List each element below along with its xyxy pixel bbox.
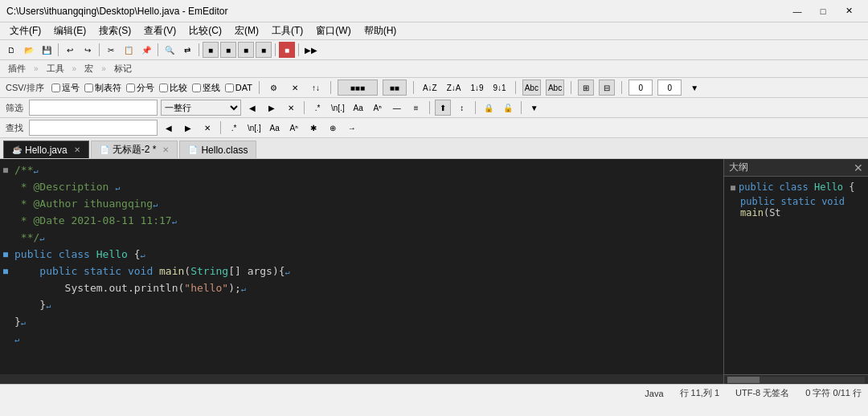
maximize-button[interactable]: □ [810,3,836,19]
filter-input[interactable] [29,100,158,116]
find-mark[interactable]: ✱ [305,120,321,136]
outline-item-main[interactable]: public static void main(St [727,194,865,220]
csv-sep6 [621,81,622,94]
cb-tab[interactable]: 制表符 [84,82,121,94]
filter-more[interactable]: ▼ [526,100,542,116]
tb-new[interactable]: 🗋 [3,42,19,58]
menu-help[interactable]: 帮助(H) [358,22,403,39]
csv-label[interactable]: CSV/排序 [3,82,47,94]
tb-replace[interactable]: ⇄ [179,42,195,58]
filter-clear[interactable]: ✕ [283,100,299,116]
menu-file[interactable]: 文件(F) [3,22,47,39]
cb-pipe[interactable]: 竖线 [192,82,220,94]
filter-prev[interactable]: ◀ [244,100,260,116]
menu-compare[interactable]: 比较(C) [182,22,228,39]
menu-bar: 文件(F) 编辑(E) 搜索(S) 查看(V) 比较(C) 宏(M) 工具(T)… [0,22,868,40]
csv-abc[interactable]: Abc [522,80,541,96]
filter-case[interactable]: Aa [350,100,366,116]
main-content: ■ /**↵ * @Description ↵ * @Author ithuan… [0,159,868,384]
tab-close-untitled[interactable]: ✕ [162,145,169,154]
tab-hello-java[interactable]: ☕ Hello.java ✕ [3,141,89,158]
filter-btn2[interactable]: Aⁿ [370,100,386,116]
tab-untitled-2[interactable]: 📄 无标题-2 * ✕ [91,141,178,158]
tab-plugin[interactable]: 插件 [3,61,31,76]
csv-sort-num[interactable]: 1↓9 [468,80,485,96]
filter-btn6[interactable]: ↕ [454,100,470,116]
close-button[interactable]: ✕ [836,3,862,19]
csv-abc2[interactable]: Abc [546,80,564,96]
toolbar-row-1: 🗋 📂 💾 ↩ ↪ ✂ 📋 📌 🔍 ⇄ ■ ■ ■ ■ ■ ▶▶ [0,40,868,59]
csv-num-input[interactable]: 0 [628,80,653,96]
menu-tools[interactable]: 工具(T) [265,22,309,39]
tb-open[interactable]: 📂 [21,42,37,58]
filter-btn3[interactable]: — [389,100,405,116]
find-arrow[interactable]: → [344,120,360,136]
tb-paste[interactable]: 📌 [138,42,154,58]
find-case2[interactable]: Aⁿ [286,120,302,136]
filter-btn5[interactable]: ⬆ [435,100,451,116]
find-case[interactable]: Aa [267,120,283,136]
csv-btn1[interactable]: ⚙ [266,80,282,96]
tb-b5[interactable]: ■ [279,42,295,58]
tb-find[interactable]: 🔍 [162,42,178,58]
filter-select[interactable]: 一整行 列 [161,100,241,116]
csv-sep1 [259,81,260,94]
find-next[interactable]: ▶ [180,120,196,136]
code-editor[interactable]: ■ /**↵ * @Description ↵ * @Author ithuan… [0,159,723,384]
csv-btn2[interactable]: ✕ [287,80,303,96]
tb-copy[interactable]: 📋 [121,42,137,58]
tab-tools[interactable]: 工具 [42,61,69,76]
csv-btn3[interactable]: ↑↓ [308,80,324,96]
tab-hello-class[interactable]: 📄 Hello.class [179,141,256,158]
filter-btn4[interactable]: ≡ [408,100,424,116]
menu-window[interactable]: 窗口(W) [309,22,357,39]
tb-b4[interactable]: ■ [256,42,272,58]
outline-scrollbar[interactable] [724,374,868,384]
csv-num-input2[interactable]: 0 [657,80,682,96]
csv-col-btn2[interactable]: ■■ [383,80,407,96]
csv-col-btn[interactable]: ■■■ [338,80,378,96]
outline-item-class[interactable]: ■ public class Hello { [727,180,865,194]
csv-more[interactable]: ▼ [686,80,702,96]
tb-b2[interactable]: ■ [220,42,236,58]
csv-grid[interactable]: ⊞ [578,80,594,96]
filter-word[interactable]: \n[.] [329,100,347,116]
filter-next[interactable]: ▶ [264,100,280,116]
csv-sort-num2[interactable]: 9↓1 [491,80,509,96]
cb-dat[interactable]: DAT [225,83,252,92]
menu-search[interactable]: 搜索(S) [92,22,137,39]
outline-close-button[interactable]: ✕ [854,161,863,174]
filter-lock[interactable]: 🔒 [481,100,497,116]
csv-grid2[interactable]: ⊟ [599,80,615,96]
tab-macro[interactable]: 宏 [80,61,98,76]
tb-undo[interactable]: ↩ [62,42,78,58]
menu-macro[interactable]: 宏(M) [228,22,265,39]
find-word[interactable]: \n[.] [245,120,264,136]
find-mark2[interactable]: ⊕ [325,120,341,136]
cb-compare[interactable]: 比较 [159,82,187,94]
sep2 [99,43,100,56]
menu-view[interactable]: 查看(V) [137,22,182,39]
find-clear[interactable]: ✕ [199,120,215,136]
csv-sort-za[interactable]: Z↓A [444,80,464,96]
find-input[interactable] [29,120,158,136]
tab-bar: ☕ Hello.java ✕ 📄 无标题-2 * ✕ 📄 Hello.class [0,138,868,159]
filter-lock2[interactable]: 🔓 [500,100,516,116]
tab-close-java[interactable]: ✕ [74,145,80,154]
csv-sort-az[interactable]: A↓Z [420,80,440,96]
tb-save[interactable]: 💾 [39,42,55,58]
tb-b3[interactable]: ■ [238,42,254,58]
code-hscrollbar[interactable] [0,374,723,384]
find-prev[interactable]: ◀ [161,120,177,136]
cb-semicolon[interactable]: 分号 [126,82,154,94]
filter-regex[interactable]: .* [309,100,326,116]
minimize-button[interactable]: — [784,3,810,19]
menu-edit[interactable]: 编辑(E) [47,22,92,39]
cb-comma[interactable]: 逗号 [51,82,80,94]
tb-redo[interactable]: ↪ [80,42,96,58]
tb-cut[interactable]: ✂ [103,42,119,58]
tb-more[interactable]: ▶▶ [302,42,320,58]
find-regex[interactable]: .* [226,120,242,136]
tab-mark[interactable]: 标记 [109,61,137,76]
tb-b1[interactable]: ■ [203,42,219,58]
